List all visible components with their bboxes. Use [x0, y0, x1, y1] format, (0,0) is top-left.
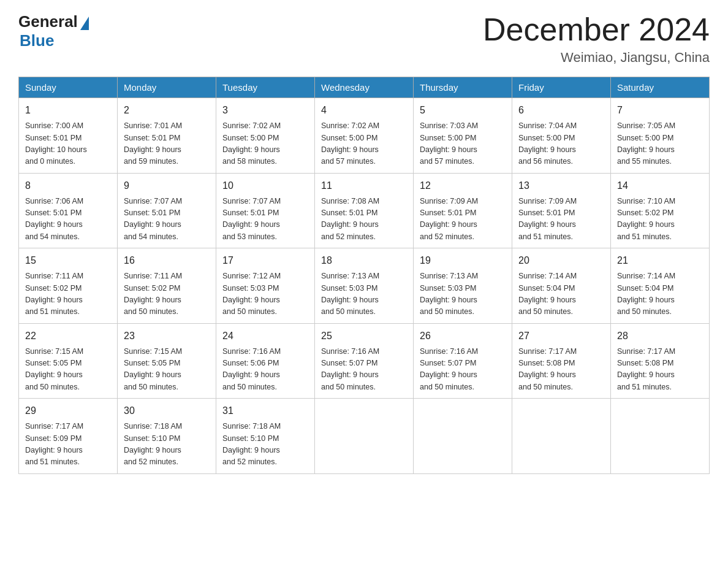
calendar-header-tuesday: Tuesday: [216, 77, 315, 98]
calendar-cell: 7Sunrise: 7:05 AMSunset: 5:00 PMDaylight…: [611, 98, 710, 174]
day-number: 13: [518, 178, 604, 193]
logo-triangle-icon: [80, 17, 89, 30]
calendar-cell: 10Sunrise: 7:07 AMSunset: 5:01 PMDayligh…: [216, 173, 315, 248]
day-number: 10: [222, 178, 308, 193]
month-year-title: December 2024: [483, 12, 710, 47]
calendar-cell: 12Sunrise: 7:09 AMSunset: 5:01 PMDayligh…: [414, 173, 512, 248]
day-info: Sunrise: 7:18 AMSunset: 5:10 PMDaylight:…: [222, 421, 308, 469]
calendar-cell: [611, 399, 710, 474]
calendar-cell: 13Sunrise: 7:09 AMSunset: 5:01 PMDayligh…: [512, 173, 611, 248]
day-number: 16: [124, 253, 210, 268]
calendar-cell: 26Sunrise: 7:16 AMSunset: 5:07 PMDayligh…: [414, 323, 512, 399]
day-info: Sunrise: 7:17 AMSunset: 5:09 PMDaylight:…: [25, 421, 111, 469]
day-number: 27: [518, 329, 604, 343]
day-number: 29: [25, 404, 111, 418]
day-number: 5: [420, 103, 506, 118]
calendar-cell: 27Sunrise: 7:17 AMSunset: 5:08 PMDayligh…: [512, 323, 611, 399]
day-number: 19: [420, 253, 506, 268]
day-info: Sunrise: 7:03 AMSunset: 5:00 PMDaylight:…: [420, 120, 506, 168]
calendar-cell: 22Sunrise: 7:15 AMSunset: 5:05 PMDayligh…: [19, 323, 118, 399]
day-info: Sunrise: 7:11 AMSunset: 5:02 PMDaylight:…: [25, 270, 111, 318]
logo: General Blue: [18, 12, 89, 50]
calendar-cell: 11Sunrise: 7:08 AMSunset: 5:01 PMDayligh…: [315, 173, 414, 248]
day-number: 24: [222, 329, 308, 343]
calendar-header-friday: Friday: [512, 77, 611, 98]
calendar-cell: 17Sunrise: 7:12 AMSunset: 5:03 PMDayligh…: [216, 248, 315, 324]
day-info: Sunrise: 7:17 AMSunset: 5:08 PMDaylight:…: [518, 346, 604, 394]
calendar-cell: 30Sunrise: 7:18 AMSunset: 5:10 PMDayligh…: [118, 399, 216, 474]
logo-general-text: General: [18, 12, 78, 31]
day-number: 15: [25, 253, 111, 268]
day-info: Sunrise: 7:13 AMSunset: 5:03 PMDaylight:…: [321, 270, 407, 318]
day-number: 8: [25, 178, 111, 193]
day-info: Sunrise: 7:05 AMSunset: 5:00 PMDaylight:…: [617, 120, 703, 168]
calendar-week-row: 29Sunrise: 7:17 AMSunset: 5:09 PMDayligh…: [19, 399, 710, 474]
day-number: 18: [321, 253, 407, 268]
day-number: 21: [617, 253, 703, 268]
calendar-cell: 23Sunrise: 7:15 AMSunset: 5:05 PMDayligh…: [118, 323, 216, 399]
day-number: 25: [321, 329, 407, 343]
calendar-header-monday: Monday: [118, 77, 216, 98]
calendar-week-row: 15Sunrise: 7:11 AMSunset: 5:02 PMDayligh…: [19, 248, 710, 324]
day-info: Sunrise: 7:06 AMSunset: 5:01 PMDaylight:…: [25, 196, 111, 243]
day-info: Sunrise: 7:08 AMSunset: 5:01 PMDaylight:…: [321, 196, 407, 243]
calendar-week-row: 22Sunrise: 7:15 AMSunset: 5:05 PMDayligh…: [19, 323, 710, 399]
calendar-cell: 31Sunrise: 7:18 AMSunset: 5:10 PMDayligh…: [216, 399, 315, 474]
day-info: Sunrise: 7:15 AMSunset: 5:05 PMDaylight:…: [25, 346, 111, 394]
day-number: 2: [124, 103, 210, 118]
day-number: 3: [222, 103, 308, 118]
day-info: Sunrise: 7:04 AMSunset: 5:00 PMDaylight:…: [518, 120, 604, 168]
calendar-week-row: 8Sunrise: 7:06 AMSunset: 5:01 PMDaylight…: [19, 173, 710, 248]
title-area: December 2024 Weimiao, Jiangsu, China: [483, 12, 710, 66]
day-info: Sunrise: 7:07 AMSunset: 5:01 PMDaylight:…: [124, 196, 210, 243]
day-number: 20: [518, 253, 604, 268]
day-info: Sunrise: 7:15 AMSunset: 5:05 PMDaylight:…: [124, 346, 210, 394]
calendar-cell: [315, 399, 414, 474]
calendar-cell: 28Sunrise: 7:17 AMSunset: 5:08 PMDayligh…: [611, 323, 710, 399]
day-info: Sunrise: 7:01 AMSunset: 5:01 PMDaylight:…: [124, 120, 210, 168]
calendar-cell: 1Sunrise: 7:00 AMSunset: 5:01 PMDaylight…: [19, 98, 118, 174]
day-info: Sunrise: 7:11 AMSunset: 5:02 PMDaylight:…: [124, 270, 210, 318]
page-header: General Blue December 2024 Weimiao, Jian…: [18, 12, 710, 66]
day-number: 30: [124, 404, 210, 418]
day-number: 22: [25, 329, 111, 343]
day-info: Sunrise: 7:09 AMSunset: 5:01 PMDaylight:…: [420, 196, 506, 243]
calendar-cell: 20Sunrise: 7:14 AMSunset: 5:04 PMDayligh…: [512, 248, 611, 324]
calendar-cell: 15Sunrise: 7:11 AMSunset: 5:02 PMDayligh…: [19, 248, 118, 324]
day-number: 4: [321, 103, 407, 118]
day-number: 7: [617, 103, 703, 118]
calendar-cell: [512, 399, 611, 474]
day-number: 6: [518, 103, 604, 118]
day-number: 11: [321, 178, 407, 193]
calendar-cell: 8Sunrise: 7:06 AMSunset: 5:01 PMDaylight…: [19, 173, 118, 248]
calendar-cell: 2Sunrise: 7:01 AMSunset: 5:01 PMDaylight…: [118, 98, 216, 174]
day-number: 12: [420, 178, 506, 193]
calendar-cell: 25Sunrise: 7:16 AMSunset: 5:07 PMDayligh…: [315, 323, 414, 399]
day-info: Sunrise: 7:00 AMSunset: 5:01 PMDaylight:…: [25, 120, 111, 168]
calendar-cell: 9Sunrise: 7:07 AMSunset: 5:01 PMDaylight…: [118, 173, 216, 248]
day-number: 14: [617, 178, 703, 193]
day-info: Sunrise: 7:07 AMSunset: 5:01 PMDaylight:…: [222, 196, 308, 243]
calendar-cell: 6Sunrise: 7:04 AMSunset: 5:00 PMDaylight…: [512, 98, 611, 174]
day-info: Sunrise: 7:02 AMSunset: 5:00 PMDaylight:…: [321, 120, 407, 168]
calendar-cell: [414, 399, 512, 474]
day-info: Sunrise: 7:10 AMSunset: 5:02 PMDaylight:…: [617, 196, 703, 243]
calendar-cell: 5Sunrise: 7:03 AMSunset: 5:00 PMDaylight…: [414, 98, 512, 174]
day-info: Sunrise: 7:13 AMSunset: 5:03 PMDaylight:…: [420, 270, 506, 318]
day-info: Sunrise: 7:02 AMSunset: 5:00 PMDaylight:…: [222, 120, 308, 168]
calendar-table: SundayMondayTuesdayWednesdayThursdayFrid…: [18, 77, 710, 474]
day-info: Sunrise: 7:14 AMSunset: 5:04 PMDaylight:…: [617, 270, 703, 318]
calendar-cell: 19Sunrise: 7:13 AMSunset: 5:03 PMDayligh…: [414, 248, 512, 324]
day-number: 23: [124, 329, 210, 343]
calendar-cell: 29Sunrise: 7:17 AMSunset: 5:09 PMDayligh…: [19, 399, 118, 474]
day-info: Sunrise: 7:16 AMSunset: 5:07 PMDaylight:…: [321, 346, 407, 394]
day-info: Sunrise: 7:14 AMSunset: 5:04 PMDaylight:…: [518, 270, 604, 318]
day-info: Sunrise: 7:16 AMSunset: 5:07 PMDaylight:…: [420, 346, 506, 394]
day-info: Sunrise: 7:16 AMSunset: 5:06 PMDaylight:…: [222, 346, 308, 394]
day-number: 1: [25, 103, 111, 118]
logo-blue-text: Blue: [20, 31, 54, 50]
calendar-cell: 14Sunrise: 7:10 AMSunset: 5:02 PMDayligh…: [611, 173, 710, 248]
day-info: Sunrise: 7:17 AMSunset: 5:08 PMDaylight:…: [617, 346, 703, 394]
calendar-cell: 18Sunrise: 7:13 AMSunset: 5:03 PMDayligh…: [315, 248, 414, 324]
calendar-header-sunday: Sunday: [19, 77, 118, 98]
